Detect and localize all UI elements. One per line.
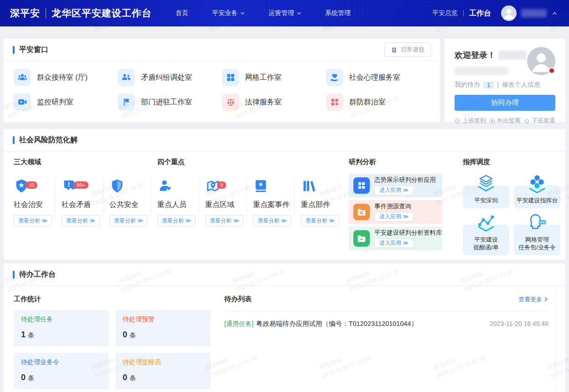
room-label: 法律服务室 [245,98,282,107]
tile-label-line: 提醒函/单 [463,243,509,252]
todo-list-heading: 待办列表 [224,295,252,304]
room-label: 群众接待室 (厅) [37,73,88,83]
enter-app-button[interactable]: 进入应用 ≫ [374,238,414,248]
todo-section-header: 待办工作台 [4,263,565,286]
view-analysis-button[interactable]: 查看分析 ≫ [14,215,52,227]
step-out-button[interactable]: 外出暂离 [489,117,521,125]
stat-pending-alerts[interactable]: 待处理预警 0条 [115,310,211,346]
collaborate-button[interactable]: 协同办理 [455,95,555,111]
room-dept-station[interactable]: 部门进驻工作室 [118,93,222,111]
stat-unit: 条 [129,331,136,339]
shapes-icon [326,93,343,111]
view-analysis-button[interactable]: 查看分析 ≫ [109,215,148,227]
my-todo-row: 我的待办 1 | 修改个人信息 [455,81,555,89]
risk-item-public-safety: 公共安全 查看分析 ≫ [109,176,157,227]
view-analysis-button[interactable]: 查看分析 ≫ [205,215,243,227]
room-masses-reception[interactable]: 群众接待室 (厅) [14,69,118,86]
stat-count: 0 [123,373,127,382]
count-badge: 10 [26,181,37,189]
my-todo-count-badge[interactable]: 1 [483,81,494,89]
view-analysis-button[interactable]: 查看分析 ≫ [157,215,196,227]
analysis-card-situation-display: 态势展示研判分析应用 进入应用 ≫ [349,174,442,197]
analysis-column: 研判分析 态势展示研判分析应用 进入应用 ≫ [349,158,442,255]
section-title: 平安窗口 [13,45,48,55]
risk-item-key-components: 重点部件 查看分析 ≫ [301,176,349,227]
network-nodes-icon [475,227,497,235]
brand-separator [46,8,46,18]
tile-label-line: 平安建设 [463,236,509,244]
todo-list-item[interactable]: [通用任务] 粤政易端待办应用试用（编号：T0120231120101044） … [224,311,548,328]
chevron-up-icon[interactable] [552,11,557,16]
stat-pending-business-orders[interactable]: 待处理业务令 0条 [14,353,109,389]
daily-checkin-button[interactable]: 日常进驻 [384,42,431,57]
clipboard-icon [391,46,398,53]
view-analysis-button[interactable]: 查看分析 ≫ [301,215,339,227]
risk-item-key-areas: 9 重点区域 查看分析 ≫ [205,176,253,227]
play-circle-icon [455,118,460,124]
stat-label: 待处理预警 [123,315,203,324]
nav-item-operation-mgmt[interactable]: 运营管理 [269,9,301,17]
dispatch-tile-pingan-shenzhen[interactable]: 平安深圳 [463,174,509,208]
clock-out-button[interactable]: 下班签退 [524,117,555,125]
three-domains-heading: 三大领域 [14,158,157,166]
stat-pending-reminder-letters[interactable]: 待处理提醒函 0条 [115,353,211,389]
nav-item-label: 系统管理 [325,9,351,17]
nav-workbench-link[interactable]: 工作台 [469,9,491,18]
avatar[interactable] [501,5,517,21]
room-mass-prevention[interactable]: 群防群治室 [326,93,430,111]
room-dispute-mediation[interactable]: 矛盾纠纷调处室 [118,69,222,86]
analysis-card-label: 态势展示研判分析应用 [374,176,436,184]
risk-item-label: 重点案事件 [253,200,296,210]
dispatch-heading: 指挥调度 [463,158,560,166]
enter-app-button[interactable]: 进入应用 ≫ [374,212,414,222]
stat-label: 待处理业务令 [21,358,102,366]
view-analysis-button[interactable]: 查看分析 ≫ [253,215,291,227]
risk-item-social-conflict: 99+ 社会矛盾 查看分析 ≫ [62,176,109,227]
clock-in-button[interactable]: 上班签到 [455,117,486,125]
tile-label-line: 任务包/业务令 [514,243,560,252]
welcome-label: 欢迎登录！ [455,50,496,61]
nav-item-pingan-business[interactable]: 平安业务 [212,9,245,17]
notification-dot [548,67,555,74]
nav-item-system-mgmt[interactable]: 系统管理 [325,9,351,17]
person-heart-icon [157,178,173,194]
user-icon [501,5,517,21]
dispatch-tile-command-platform[interactable]: 平安建设指挥台 [514,174,560,208]
view-more-link[interactable]: 查看更多 [518,295,548,304]
count-badge: 9 [217,181,226,189]
step-out-label: 外出暂离 [497,117,521,125]
room-grid-workstation[interactable]: 网格工作室 [222,69,326,86]
nav-item-home[interactable]: 首页 [176,9,188,17]
enter-app-button[interactable]: 进入应用 ≫ [374,186,414,195]
main-menu: 首页 平安业务 运营管理 系统管理 [176,9,351,17]
daily-checkin-label: 日常进驻 [401,46,424,54]
room-psych-service[interactable]: 社会心理服务室 [326,69,430,86]
chevron-down-icon [297,11,301,15]
avatar[interactable] [527,47,555,75]
nav-item-label: 平安业务 [212,9,238,17]
room-monitoring-analysis[interactable]: 监控研判室 [14,93,118,111]
risk-item-label: 社会治安 [14,200,57,210]
people-pair-icon [118,69,135,86]
books-icon [301,178,316,194]
count-badge: 99+ [73,181,88,189]
risk-item-label: 重点人员 [157,200,201,210]
tile-label-line: 平安建设指挥台 [514,196,560,205]
dispatch-tile-grid-tasks[interactable]: 网格 网格管理 任务包/业务令 [514,213,560,255]
view-analysis-button[interactable]: 查看分析 ≫ [62,215,100,227]
my-todo-label: 我的待办 [455,81,480,89]
edit-profile-link[interactable]: 修改个人信息 [502,81,540,89]
risk-section-header: 社会风险防范化解 [4,129,565,151]
room-legal-service[interactable]: 法律服务室 [222,93,326,111]
nav-overview-link[interactable]: 平安总览 [432,9,458,17]
power-icon [524,118,530,124]
risk-item-label: 公共安全 [109,200,153,210]
app-grid-icon [353,177,370,194]
dispatch-column: 指挥调度 平安深圳 [463,158,560,255]
chevron-down-icon [240,11,245,15]
room-label: 监控研判室 [37,98,73,107]
stat-pending-tasks[interactable]: 待处理任务 1条 [14,310,109,346]
risk-item-key-persons: 重点人员 查看分析 ≫ [157,176,205,227]
nav-item-home-label: 首页 [176,9,188,17]
dispatch-tile-reminder-letters[interactable]: 平安建设 提醒函/单 [463,213,509,255]
